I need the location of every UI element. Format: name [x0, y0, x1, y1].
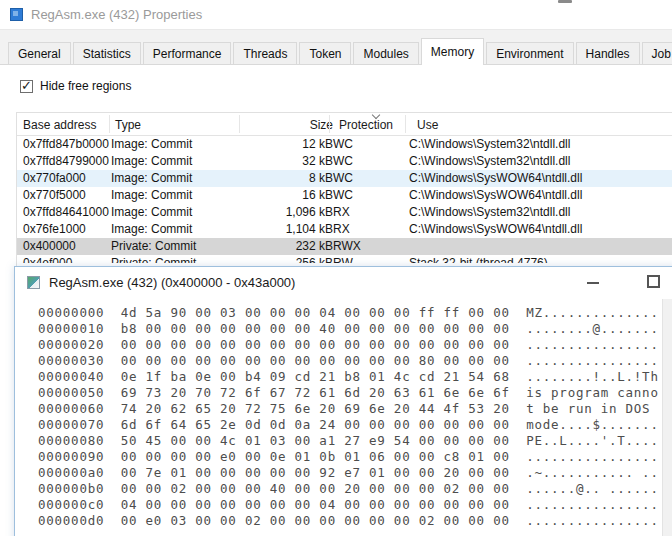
vertical-scrollbar[interactable]	[662, 299, 672, 536]
table-row[interactable]: 0x770f5000 Image: Commit 16 kB WC C:\Win…	[17, 187, 672, 204]
hex-line: 00000090 00 00 00 00 e0 00 0e 01 0b 01 0…	[38, 449, 662, 465]
hex-line: 000000a0 00 7e 01 00 00 00 00 00 92 e7 0…	[38, 465, 662, 481]
column-header-size[interactable]: Size	[243, 118, 333, 132]
checkbox-icon[interactable]: ✓	[20, 80, 33, 93]
hex-line: 000000d0 00 e0 03 00 00 02 00 00 00 00 0…	[38, 513, 662, 529]
hex-line: 00000070 6d 6f 64 65 2e 0d 0d 0a 24 00 0…	[38, 417, 662, 433]
tab-handles[interactable]: Handles	[576, 42, 640, 65]
hex-line: 00000080 50 45 00 00 4c 01 03 00 a1 27 e…	[38, 433, 662, 449]
hex-line: 00000050 69 73 20 70 72 6f 67 72 61 6d 2…	[38, 385, 662, 401]
hex-line: 00000040 0e 1f ba 0e 00 b4 09 cd 21 b8 0…	[38, 369, 662, 385]
column-header-use[interactable]: Use	[417, 118, 438, 132]
table-row[interactable]: 0x76fe1000 Image: Commit 1,104 kB RX C:\…	[17, 221, 672, 238]
tab-statistics[interactable]: Statistics	[73, 42, 141, 65]
table-row-selected[interactable]: 0x400000 Private: Commit 232 kB RWX	[17, 238, 672, 255]
hex-line: 00000060 74 20 62 65 20 72 75 6e 20 69 6…	[38, 401, 662, 417]
hex-line: 00000010 b8 00 00 00 00 00 00 00 40 00 0…	[38, 321, 662, 337]
hex-dump-view[interactable]: 00000000 4d 5a 90 00 03 00 00 00 04 00 0…	[15, 299, 662, 536]
minimize-icon[interactable]	[558, 0, 572, 3]
hex-line: 00000020 00 00 00 00 00 00 00 00 00 00 0…	[38, 337, 662, 353]
table-row[interactable]: 0x7ffd84799000 Image: Commit 32 kB WC C:…	[17, 153, 672, 170]
screen: RegAsm.exe (432) Properties General Stat…	[0, 0, 672, 536]
hex-line: 000000b0 00 00 02 00 00 00 40 00 00 20 0…	[38, 481, 662, 497]
table-row-hot[interactable]: 0x770fa000 Image: Commit 8 kB WC C:\Wind…	[17, 170, 672, 187]
table-row-clipped[interactable]: 0x4ef000 Private: Commit 256 kB RW Stack…	[17, 255, 672, 263]
column-header-protection[interactable]: Protection	[339, 118, 393, 132]
tab-environment[interactable]: Environment	[486, 42, 573, 65]
tab-token[interactable]: Token	[299, 42, 351, 65]
column-header-type[interactable]: Type	[115, 118, 141, 132]
table-row[interactable]: 0x7ffd84641000 Image: Commit 1,096 kB RX…	[17, 204, 672, 221]
checkbox-label: Hide free regions	[40, 79, 131, 93]
memory-editor-title: RegAsm.exe (432) (0x400000 - 0x43a000)	[49, 275, 295, 290]
memory-editor-icon	[27, 276, 40, 289]
tab-strip: General Statistics Performance Threads T…	[8, 40, 672, 65]
memory-region-table: Base address Type Size Protection Use 0x…	[16, 112, 672, 272]
memory-editor-titlebar[interactable]: RegAsm.exe (432) (0x400000 - 0x43a000)	[15, 267, 672, 299]
hex-line: 00000000 4d 5a 90 00 03 00 00 00 04 00 0…	[38, 305, 662, 321]
properties-window-title: RegAsm.exe (432) Properties	[31, 7, 202, 22]
memory-editor-window: RegAsm.exe (432) (0x400000 - 0x43a000) 0…	[14, 266, 672, 536]
column-header-base-address[interactable]: Base address	[23, 118, 96, 132]
tab-performance[interactable]: Performance	[143, 42, 232, 65]
app-icon	[10, 8, 23, 21]
hide-free-regions-checkbox[interactable]: ✓ Hide free regions	[20, 78, 131, 94]
tab-threads[interactable]: Threads	[233, 42, 297, 65]
tab-general[interactable]: General	[8, 42, 71, 65]
tab-modules[interactable]: Modules	[353, 42, 418, 65]
table-header-row: Base address Type Size Protection Use	[17, 113, 672, 136]
tab-memory[interactable]: Memory	[421, 38, 484, 65]
hex-line: 00000030 00 00 00 00 00 00 00 00 00 00 0…	[38, 353, 662, 369]
hex-line: 000000c0 04 00 00 00 00 00 00 00 04 00 0…	[38, 497, 662, 513]
minimize-icon[interactable]	[587, 282, 599, 284]
maximize-icon[interactable]	[647, 275, 660, 288]
properties-window-titlebar[interactable]: RegAsm.exe (432) Properties	[0, 0, 672, 29]
tab-job[interactable]: Job	[642, 42, 672, 65]
table-row[interactable]: 0x7ffd847b0000 Image: Commit 12 kB WC C:…	[17, 136, 672, 153]
sort-chevron-icon	[373, 112, 380, 119]
